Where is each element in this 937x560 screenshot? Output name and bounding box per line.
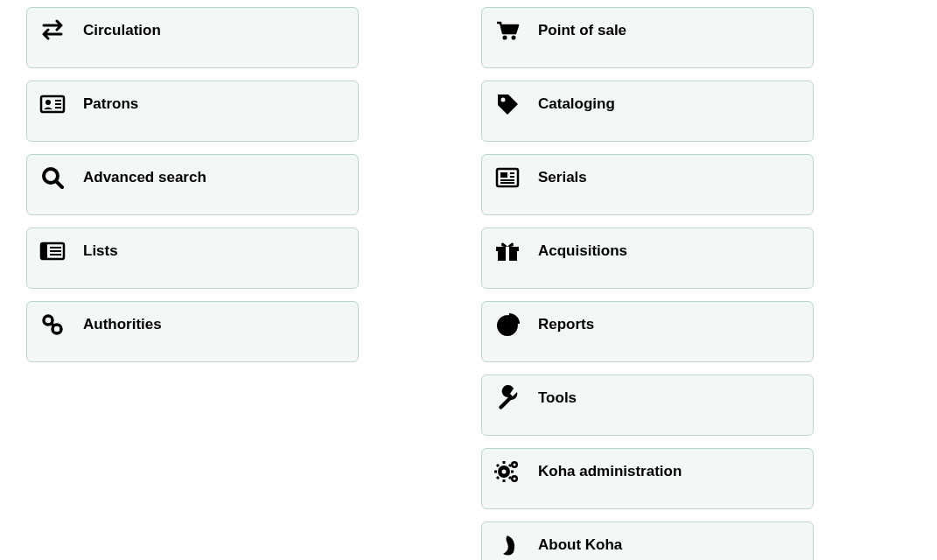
nav-serials[interactable]: Serials xyxy=(481,154,814,215)
nav-authorities[interactable]: Authorities xyxy=(26,301,359,362)
nav-patrons[interactable]: Patrons xyxy=(26,80,359,142)
nav-tools[interactable]: Tools xyxy=(481,374,814,436)
wrench-icon xyxy=(494,388,521,409)
nav-label: Circulation xyxy=(83,22,161,39)
nav-label: Advanced search xyxy=(83,169,206,186)
nav-label: Reports xyxy=(538,316,594,333)
nav-label: Lists xyxy=(83,242,118,260)
right-column: Point of sale Cataloging Serials Acquisi… xyxy=(481,7,814,560)
nav-label: Cataloging xyxy=(538,95,615,113)
nav-label: About Koha xyxy=(538,536,622,554)
nav-acquisitions[interactable]: Acquisitions xyxy=(481,228,814,289)
nav-label: Authorities xyxy=(83,316,162,333)
newspaper-icon xyxy=(494,167,521,188)
koha-logo-icon xyxy=(494,535,521,556)
nav-label: Koha administration xyxy=(538,463,682,480)
nav-point-of-sale[interactable]: Point of sale xyxy=(481,7,814,68)
tag-icon xyxy=(494,94,521,115)
id-card-icon xyxy=(39,94,66,115)
nav-cataloging[interactable]: Cataloging xyxy=(481,80,814,142)
list-icon xyxy=(39,241,66,262)
search-icon xyxy=(39,167,66,188)
nav-lists[interactable]: Lists xyxy=(26,228,359,289)
nav-reports[interactable]: Reports xyxy=(481,301,814,362)
nav-about-koha[interactable]: About Koha xyxy=(481,522,814,560)
left-column: Circulation Patrons Advanced search List… xyxy=(26,7,359,560)
nav-label: Point of sale xyxy=(538,22,626,39)
gears-icon xyxy=(494,461,521,482)
nav-circulation[interactable]: Circulation xyxy=(26,7,359,68)
nav-label: Serials xyxy=(538,169,587,186)
arrows-icon xyxy=(39,20,66,41)
cart-icon xyxy=(494,20,521,41)
nav-label: Tools xyxy=(538,389,577,407)
nav-label: Patrons xyxy=(83,95,138,113)
nav-advanced-search[interactable]: Advanced search xyxy=(26,154,359,215)
nav-koha-administration[interactable]: Koha administration xyxy=(481,448,814,509)
nav-label: Acquisitions xyxy=(538,242,627,260)
gift-icon xyxy=(494,241,521,262)
pie-chart-icon xyxy=(494,314,521,335)
link-icon xyxy=(39,314,66,335)
